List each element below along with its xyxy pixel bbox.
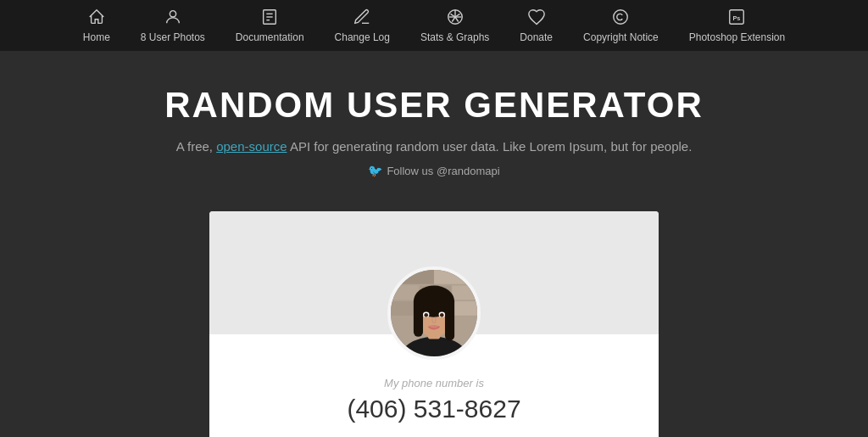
- svg-point-25: [424, 313, 428, 317]
- documentation-icon: [260, 8, 279, 29]
- change-log-icon: [353, 8, 371, 29]
- copyright-icon: [611, 8, 630, 29]
- card-top: [209, 211, 659, 334]
- nav-item-home[interactable]: Home: [68, 1, 125, 50]
- svg-point-6: [614, 10, 628, 25]
- nav-label-change-log: Change Log: [335, 31, 390, 43]
- nav-item-copyright[interactable]: Copyright Notice: [568, 1, 674, 50]
- nav-label-photoshop: Photoshop Extension: [689, 31, 785, 43]
- twitter-text: Follow us @randomapi: [387, 165, 499, 177]
- svg-rect-11: [434, 270, 477, 284]
- phone-label: My phone number is: [226, 377, 642, 389]
- stats-icon: [446, 8, 465, 29]
- nav-label-home: Home: [83, 31, 110, 43]
- nav-item-documentation[interactable]: Documentation: [220, 1, 320, 50]
- subtitle-before: A free,: [176, 139, 217, 154]
- nav-item-change-log[interactable]: Change Log: [320, 1, 405, 50]
- main-nav: Home 8 User Photos Documentation: [0, 0, 868, 51]
- open-source-link[interactable]: open-source: [216, 139, 287, 154]
- nav-label-donate: Donate: [520, 31, 553, 43]
- svg-rect-10: [391, 270, 434, 284]
- hero-section: RANDOM USER GENERATOR A free, open-sourc…: [0, 51, 868, 194]
- nav-item-photoshop[interactable]: Ps Photoshop Extension: [674, 1, 800, 50]
- nav-item-stats-graphs[interactable]: Stats & Graphs: [405, 1, 504, 50]
- home-icon: [87, 8, 106, 29]
- hero-subtitle: A free, open-source API for generating r…: [17, 139, 851, 154]
- svg-text:Ps: Ps: [733, 14, 741, 22]
- svg-point-27: [429, 325, 440, 330]
- svg-point-28: [416, 289, 453, 308]
- subtitle-after: API for generating random user data. Lik…: [290, 139, 692, 154]
- avatar: [387, 266, 481, 360]
- nav-label-user-photos: 8 User Photos: [141, 31, 205, 43]
- nav-label-copyright: Copyright Notice: [583, 31, 659, 43]
- phone-number: (406) 531-8627: [226, 395, 642, 423]
- svg-point-26: [440, 313, 444, 317]
- photoshop-icon: Ps: [727, 8, 746, 29]
- donate-icon: [527, 8, 546, 29]
- nav-label-documentation: Documentation: [236, 31, 304, 43]
- nav-label-stats-graphs: Stats & Graphs: [420, 31, 489, 43]
- twitter-icon: 🐦: [368, 164, 382, 177]
- nav-item-donate[interactable]: Donate: [504, 1, 568, 50]
- user-photos-icon: [164, 8, 182, 29]
- card-wrapper: My phone number is (406) 531-8627: [0, 211, 868, 437]
- nav-item-user-photos[interactable]: 8 User Photos: [125, 1, 220, 50]
- nav-list: Home 8 User Photos Documentation: [68, 1, 800, 50]
- svg-point-0: [170, 11, 175, 17]
- twitter-follow[interactable]: 🐦 Follow us @randomapi: [17, 164, 851, 177]
- svg-rect-14: [452, 286, 477, 300]
- user-card: My phone number is (406) 531-8627: [209, 211, 659, 437]
- page-title: RANDOM USER GENERATOR: [17, 85, 851, 126]
